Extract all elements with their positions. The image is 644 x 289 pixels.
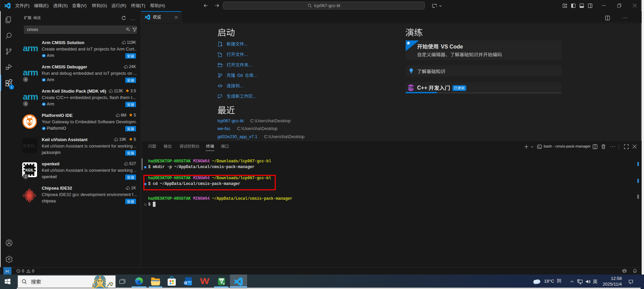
- svg-text:μ: μ: [220, 279, 222, 282]
- svg-text:5: 5: [223, 282, 225, 285]
- svg-text:C/C++: C/C++: [408, 87, 413, 89]
- svg-text:W: W: [200, 276, 209, 286]
- svg-text:KEIL: KEIL: [25, 168, 34, 172]
